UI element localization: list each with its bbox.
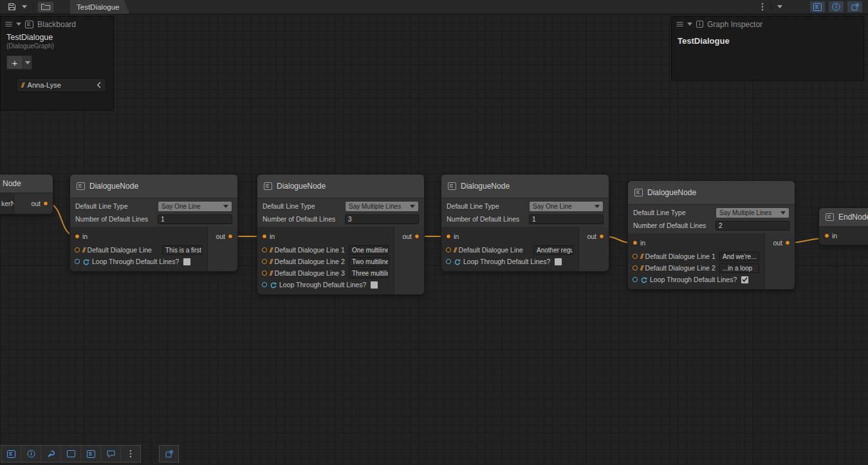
dialogue-node[interactable]: DialogueNodeDefault Line TypeSay One Lin… <box>441 174 609 272</box>
dialogue-line-field[interactable]: One multiline <box>349 245 389 255</box>
add-property-dropdown[interactable] <box>23 55 32 70</box>
blackboard-panel[interactable]: Blackboard TestDialogue (DialogueGraph) … <box>0 16 114 111</box>
dialogue-line-field[interactable]: Three multilin <box>349 269 389 278</box>
in-port-label: in <box>832 232 837 240</box>
panel-toggle-group <box>808 1 864 13</box>
quote-icon: // <box>82 247 85 254</box>
line-type-dropdown[interactable]: Say Multiple Lines <box>345 201 419 212</box>
layout-dropdown-button[interactable] <box>775 1 784 13</box>
line-type-dropdown[interactable]: Say Multiple Lines <box>716 207 790 218</box>
num-lines-field[interactable]: 3 <box>345 214 419 224</box>
graph-inspector-panel[interactable]: Graph Inspector TestDialogue <box>671 16 864 81</box>
dialogue-line-field[interactable]: This is a first <box>162 245 202 255</box>
asset-tab[interactable]: TestDialogue <box>70 0 129 14</box>
save-dropdown-button[interactable] <box>20 1 29 13</box>
inspector-toggle-icon <box>832 3 840 11</box>
node-title-bar[interactable]: EndNode <box>819 208 868 227</box>
quote-icon: // <box>270 270 272 277</box>
out-port[interactable] <box>785 240 790 245</box>
loop-icon <box>454 258 461 265</box>
inspector-toggle-button[interactable] <box>828 1 844 13</box>
preview-toggle-button[interactable] <box>847 1 863 13</box>
node-title-bar[interactable]: DialogueNode <box>70 175 237 198</box>
loop-checkbox[interactable] <box>554 258 562 266</box>
chevron-left-icon[interactable] <box>97 82 101 88</box>
line-type-dropdown[interactable]: Say One Line <box>529 201 604 212</box>
dialogue-line-field[interactable]: ...in a loop <box>719 263 759 273</box>
in-port[interactable] <box>262 234 267 239</box>
collapse-arrow-icon[interactable] <box>687 23 692 26</box>
loop-checkbox[interactable] <box>370 281 378 289</box>
inspector-button[interactable] <box>21 446 41 462</box>
node-title-bar[interactable]: DialogueNode <box>257 175 424 198</box>
dialogue-line-label: Default Dialogue Line 2 <box>275 258 346 265</box>
more-button[interactable] <box>121 446 140 462</box>
blackboard-toggle-button[interactable] <box>809 1 826 13</box>
clipped-speaker-node[interactable]: NodekerNameout <box>0 174 53 214</box>
loop-port[interactable] <box>446 259 451 264</box>
console-icon <box>7 450 15 458</box>
node-title-bar[interactable]: Node <box>0 175 53 193</box>
dialogue-node[interactable]: DialogueNodeDefault Line TypeSay One Lin… <box>69 174 238 272</box>
dialogue-line-port[interactable] <box>262 247 267 252</box>
out-port[interactable] <box>414 234 420 239</box>
num-lines-field[interactable]: 1 <box>529 214 604 224</box>
more-menu-button[interactable] <box>758 1 767 13</box>
open-graph-button[interactable] <box>159 445 179 462</box>
collapse-arrow-icon[interactable] <box>16 23 21 26</box>
dialogue-node[interactable]: DialogueNodeDefault Line TypeSay Multipl… <box>257 174 425 295</box>
end-node[interactable]: EndNodein <box>818 207 868 245</box>
dialogue-line-port[interactable] <box>446 247 451 252</box>
blackboard-icon <box>87 450 95 458</box>
dialogue-node[interactable]: DialogueNodeDefault Line TypeSay Multipl… <box>627 180 795 290</box>
property-label: Default Line Type <box>447 202 526 210</box>
loop-port[interactable] <box>633 277 638 282</box>
node-ports: in//Default Dialogue LineAnother reguLoo… <box>441 227 609 271</box>
dialogue-line-port[interactable] <box>262 270 267 276</box>
add-property-button[interactable]: + <box>6 55 23 70</box>
dialogue-icon <box>107 450 115 458</box>
blackboard-button[interactable] <box>81 446 101 462</box>
dialogue-button[interactable] <box>101 446 121 462</box>
blackboard-field[interactable]: // Anna-Lyse <box>16 78 106 92</box>
save-button[interactable] <box>5 1 19 13</box>
out-port[interactable] <box>228 234 233 239</box>
in-port[interactable] <box>633 240 638 245</box>
loop-checkbox[interactable] <box>741 276 749 284</box>
dropdown-value: Say One Line <box>533 203 572 210</box>
dialogue-line-label: Default Dialogue Line 3 <box>275 269 346 277</box>
console-button[interactable] <box>1 446 21 462</box>
quote-icon: // <box>454 247 456 254</box>
out-port[interactable] <box>599 234 604 239</box>
loop-port[interactable] <box>75 259 80 264</box>
dialogue-line-field[interactable]: Another regu <box>533 245 573 255</box>
num-lines-field[interactable]: 2 <box>716 221 790 231</box>
dialogue-line-port[interactable] <box>633 265 638 270</box>
out-port[interactable] <box>43 201 48 206</box>
hamburger-icon[interactable] <box>5 21 12 27</box>
loop-port[interactable] <box>262 282 267 287</box>
dialogue-line-port[interactable] <box>262 259 267 264</box>
num-lines-field[interactable]: 1 <box>158 214 232 224</box>
in-port[interactable] <box>75 234 80 239</box>
open-asset-button[interactable] <box>37 1 54 13</box>
in-port[interactable] <box>824 233 829 238</box>
out-port-label: out <box>402 232 412 240</box>
blackboard-field-name: Anna-Lyse <box>28 81 93 89</box>
dialogue-line-field[interactable]: And we're... <box>719 252 759 261</box>
blackboard-header[interactable]: Blackboard <box>1 17 113 32</box>
node-title-bar[interactable]: DialogueNode <box>441 175 609 198</box>
loop-checkbox[interactable] <box>183 258 191 266</box>
line-type-dropdown[interactable]: Say One Line <box>158 201 232 212</box>
hamburger-icon[interactable] <box>676 21 683 27</box>
dialogue-line-port[interactable] <box>75 247 80 252</box>
kebab-icon <box>761 3 764 11</box>
dialogue-line-field[interactable]: Two multiline <box>349 257 389 267</box>
in-port[interactable] <box>446 234 451 239</box>
frame-button[interactable] <box>61 446 81 462</box>
tools-button[interactable] <box>41 446 61 462</box>
folder-icon <box>41 3 50 10</box>
graph-inspector-header[interactable]: Graph Inspector <box>672 17 863 32</box>
node-title-bar[interactable]: DialogueNode <box>628 181 795 205</box>
dialogue-line-port[interactable] <box>633 254 638 259</box>
